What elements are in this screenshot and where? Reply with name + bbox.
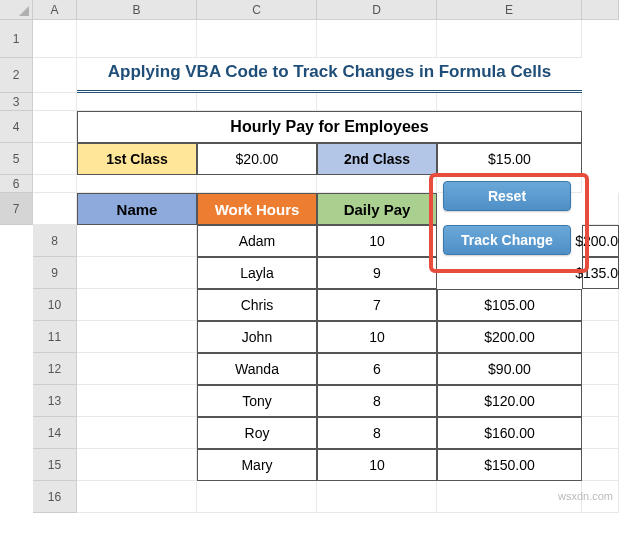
cell-e11[interactable] (582, 321, 619, 353)
col-header-d[interactable]: D (317, 0, 437, 20)
row-header-10[interactable]: 10 (33, 289, 77, 321)
cell-f14[interactable] (0, 449, 33, 481)
row-header-14[interactable]: 14 (33, 417, 77, 449)
table1-header[interactable]: Hourly Pay for Employees (77, 111, 582, 143)
cell-e13[interactable] (582, 385, 619, 417)
track-change-button[interactable]: Track Change (443, 225, 571, 255)
cell-b3[interactable] (77, 93, 197, 111)
cell-d6[interactable] (317, 175, 437, 193)
cell-a13[interactable] (77, 385, 197, 417)
table2-r2-hours[interactable]: 7 (317, 289, 437, 321)
cell-f7[interactable] (0, 225, 33, 257)
table2-r0-hours[interactable]: 10 (317, 225, 437, 257)
cell-f13[interactable] (0, 417, 33, 449)
select-all-corner[interactable] (0, 0, 33, 20)
row-header-3[interactable]: 3 (0, 93, 33, 111)
cell-e15[interactable] (582, 449, 619, 481)
cell-f4[interactable] (582, 111, 619, 143)
row-header-2[interactable]: 2 (0, 58, 33, 93)
table2-r5-pay[interactable]: $120.00 (437, 385, 582, 417)
cell-d3[interactable] (317, 93, 437, 111)
col-header-c[interactable]: C (197, 0, 317, 20)
cell-a1[interactable] (33, 20, 77, 58)
cell-a12[interactable] (77, 353, 197, 385)
cell-a9[interactable] (77, 257, 197, 289)
cell-d1[interactable] (317, 20, 437, 58)
table2-r5-hours[interactable]: 8 (317, 385, 437, 417)
table1-class2-value[interactable]: $15.00 (437, 143, 582, 175)
table2-r3-pay[interactable]: $200.00 (437, 321, 582, 353)
table2-r7-hours[interactable]: 10 (317, 449, 437, 481)
cell-c1[interactable] (197, 20, 317, 58)
table2-r6-name[interactable]: Roy (197, 417, 317, 449)
cell-f10[interactable] (0, 321, 33, 353)
table2-r6-pay[interactable]: $160.00 (437, 417, 582, 449)
cell-a16[interactable] (77, 481, 197, 513)
table2-r3-name[interactable]: John (197, 321, 317, 353)
row-header-5[interactable]: 5 (0, 143, 33, 175)
table2-header-name[interactable]: Name (77, 193, 197, 225)
table2-r1-hours[interactable]: 9 (317, 257, 437, 289)
cell-c6[interactable] (197, 175, 317, 193)
cell-e1[interactable] (437, 20, 582, 58)
cell-a11[interactable] (77, 321, 197, 353)
cell-a6[interactable] (33, 175, 77, 193)
cell-e3[interactable] (437, 93, 582, 111)
row-header-4[interactable]: 4 (0, 111, 33, 143)
table1-class1-value[interactable]: $20.00 (197, 143, 317, 175)
table2-r1-name[interactable]: Layla (197, 257, 317, 289)
row-header-16[interactable]: 16 (33, 481, 77, 513)
row-header-9[interactable]: 9 (33, 257, 77, 289)
row-header-12[interactable]: 12 (33, 353, 77, 385)
cell-f2[interactable] (582, 58, 619, 93)
cell-a4[interactable] (33, 111, 77, 143)
cell-b1[interactable] (77, 20, 197, 58)
reset-button[interactable]: Reset (443, 181, 571, 211)
cell-c3[interactable] (197, 93, 317, 111)
table2-r3-hours[interactable]: 10 (317, 321, 437, 353)
cell-a14[interactable] (77, 417, 197, 449)
table2-r4-pay[interactable]: $90.00 (437, 353, 582, 385)
cell-a8[interactable] (77, 225, 197, 257)
cell-f9[interactable] (0, 289, 33, 321)
table2-r4-name[interactable]: Wanda (197, 353, 317, 385)
table2-header-hours[interactable]: Work Hours (197, 193, 317, 225)
col-header-a[interactable]: A (33, 0, 77, 20)
table2-header-pay[interactable]: Daily Pay (317, 193, 437, 225)
cell-e12[interactable] (582, 353, 619, 385)
row-header-7[interactable]: 7 (0, 193, 33, 225)
cell-f11[interactable] (0, 353, 33, 385)
table2-r2-name[interactable]: Chris (197, 289, 317, 321)
row-header-8[interactable]: 8 (33, 225, 77, 257)
table2-r5-name[interactable]: Tony (197, 385, 317, 417)
row-header-13[interactable]: 13 (33, 385, 77, 417)
cell-f1[interactable] (582, 20, 619, 58)
cell-a5[interactable] (33, 143, 77, 175)
cell-b6[interactable] (77, 175, 197, 193)
table2-r2-pay[interactable]: $105.00 (437, 289, 582, 321)
col-header-b[interactable]: B (77, 0, 197, 20)
table2-r4-hours[interactable]: 6 (317, 353, 437, 385)
cell-e14[interactable] (582, 417, 619, 449)
row-header-11[interactable]: 11 (33, 321, 77, 353)
table2-r6-hours[interactable]: 8 (317, 417, 437, 449)
cell-e10[interactable] (582, 289, 619, 321)
page-title[interactable]: Applying VBA Code to Track Changes in Fo… (77, 58, 582, 93)
cell-f5[interactable] (582, 143, 619, 175)
cell-f8[interactable] (0, 257, 33, 289)
cell-b16[interactable] (197, 481, 317, 513)
cell-a3[interactable] (33, 93, 77, 111)
cell-a10[interactable] (77, 289, 197, 321)
cell-a2[interactable] (33, 58, 77, 93)
row-header-1[interactable]: 1 (0, 20, 33, 58)
cell-a7[interactable] (33, 193, 77, 225)
cell-c16[interactable] (317, 481, 437, 513)
cell-a15[interactable] (77, 449, 197, 481)
cell-f12[interactable] (0, 385, 33, 417)
table2-r7-pay[interactable]: $150.00 (437, 449, 582, 481)
row-header-15[interactable]: 15 (33, 449, 77, 481)
col-header-e[interactable]: E (437, 0, 582, 20)
table2-r7-name[interactable]: Mary (197, 449, 317, 481)
row-header-6[interactable]: 6 (0, 175, 33, 193)
cell-f15[interactable] (0, 481, 33, 513)
